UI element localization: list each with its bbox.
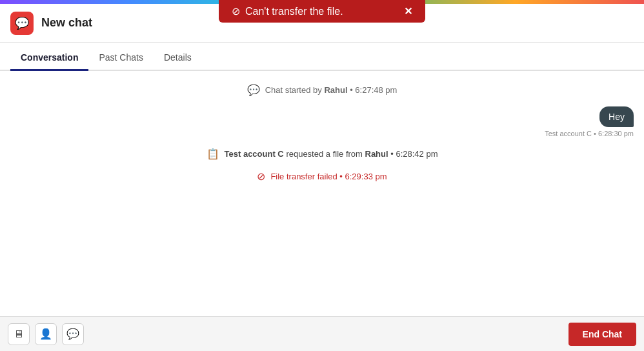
chat-started-message: 💬 Chat started by Rahul • 6:27:48 pm <box>10 84 634 96</box>
end-chat-button[interactable]: End Chat <box>569 323 636 346</box>
message-hey-col: Hey Test account C • 6:28:30 pm <box>545 106 634 137</box>
chat-started-time: 6:27:48 pm <box>355 85 397 95</box>
message-bubble-hey: Hey <box>599 106 634 127</box>
chat-outer: 💬 Chat started by Rahul • 6:27:48 pm Hey… <box>0 71 644 316</box>
chat-started-user: Rahul <box>324 85 347 95</box>
file-request-icon: 📋 <box>206 148 219 160</box>
transfer-failed-text: File transfer failed • 6:29:33 pm <box>270 172 387 181</box>
chat-area: 💬 Chat started by Rahul • 6:27:48 pm Hey… <box>0 71 644 316</box>
transfer-failed-message: ⊘ File transfer failed • 6:29:33 pm <box>10 170 634 183</box>
tab-past-chats[interactable]: Past Chats <box>88 46 153 71</box>
screen-share-icon: 🖥 <box>14 328 24 340</box>
chat-bubble-icon: 💬 <box>66 328 79 340</box>
transfer-failed-icon: ⊘ <box>257 170 265 183</box>
error-message: Can't transfer the file. <box>245 6 343 17</box>
chat-start-icon: 💬 <box>247 84 260 96</box>
add-user-button[interactable]: 👤 <box>35 323 57 345</box>
screen-share-button[interactable]: 🖥 <box>8 323 30 345</box>
main-container: 💬 New chat Conversation Past Chats Detai… <box>0 4 644 351</box>
error-close-button[interactable]: ✕ <box>404 5 412 17</box>
file-request-text: Test account C requested a file from Rah… <box>225 149 438 159</box>
file-request-message: 📋 Test account C requested a file from R… <box>10 148 634 160</box>
tab-conversation[interactable]: Conversation <box>10 46 88 71</box>
tab-details[interactable]: Details <box>154 46 202 71</box>
error-banner: ⊘ Can't transfer the file. ✕ <box>219 0 425 23</box>
bottom-toolbar: 🖥 👤 💬 End Chat <box>0 316 644 351</box>
chat-started-text: Chat started by Rahul • 6:27:48 pm <box>265 85 397 95</box>
chat-icon: 💬 <box>15 16 29 30</box>
toolbar-left-buttons: 🖥 👤 💬 <box>8 323 84 345</box>
page-title: New chat <box>41 16 92 30</box>
tabs-bar: Conversation Past Chats Details <box>0 43 644 71</box>
chat-button[interactable]: 💬 <box>62 323 84 345</box>
message-hey-row: Hey Test account C • 6:28:30 pm <box>10 106 634 137</box>
add-user-icon: 👤 <box>39 328 52 340</box>
error-banner-content: ⊘ Can't transfer the file. <box>232 5 343 17</box>
app-icon: 💬 <box>10 12 34 35</box>
message-hey-meta: Test account C • 6:28:30 pm <box>545 130 634 137</box>
error-icon: ⊘ <box>232 5 240 17</box>
